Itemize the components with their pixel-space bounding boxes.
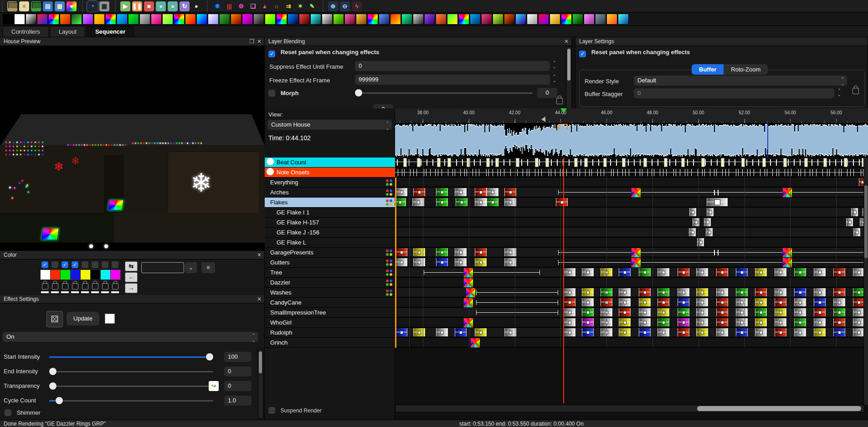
play-icon[interactable]: ▶ xyxy=(120,1,130,11)
vertical-scrollbar[interactable] xyxy=(863,158,868,406)
effect-block[interactable] xyxy=(814,308,826,316)
effect-block[interactable] xyxy=(395,328,407,336)
effect-duration-line[interactable] xyxy=(558,252,868,253)
effect-block[interactable] xyxy=(755,268,767,276)
effect-block[interactable] xyxy=(564,298,575,306)
effect-block[interactable] xyxy=(601,298,612,306)
effect-duration-line[interactable] xyxy=(558,192,868,193)
effect-block[interactable] xyxy=(833,288,845,296)
palette-checkbox-4[interactable]: ✓ xyxy=(72,261,78,268)
effect-block[interactable] xyxy=(657,308,669,316)
tab-roto-zoom[interactable]: Roto-Zoom xyxy=(724,64,768,75)
effect-block[interactable] xyxy=(775,328,786,336)
palette-checkbox-7[interactable] xyxy=(102,261,108,268)
effect-block[interactable] xyxy=(413,328,425,336)
effect-block[interactable] xyxy=(678,318,689,326)
palette-checkbox-8[interactable] xyxy=(112,261,118,268)
effect-thumbnail-icon[interactable] xyxy=(463,268,473,278)
horizontal-scrollbar[interactable] xyxy=(395,405,864,412)
effect-block[interactable] xyxy=(455,188,467,196)
effect-block[interactable] xyxy=(755,288,767,296)
timeline-ruler[interactable]: 38.0040.0042.0044.0046.0048.0050.0052.00… xyxy=(395,108,868,123)
effect-preset-icon-47[interactable] xyxy=(538,14,549,25)
effect-block[interactable] xyxy=(601,318,612,326)
effect-block[interactable] xyxy=(455,328,467,336)
effect-block[interactable] xyxy=(456,198,467,206)
palette-checkbox-1[interactable]: ✓ xyxy=(41,261,48,268)
reset-panel-checkbox[interactable]: ✓ xyxy=(268,51,275,57)
effect-block[interactable] xyxy=(657,268,669,276)
tag-marker-icon[interactable] xyxy=(541,117,545,122)
effect-thumbnail-icon[interactable] xyxy=(631,248,641,258)
effect-block[interactable] xyxy=(696,288,708,296)
track-row-ge-flake-i-1[interactable]: GE Flake I 1 xyxy=(265,208,395,218)
effect-block[interactable] xyxy=(775,318,786,326)
palette-lock-icon-4[interactable] xyxy=(72,283,78,290)
suppress-until-input[interactable]: 0 xyxy=(355,61,550,71)
effect-block[interactable] xyxy=(504,198,516,206)
effect-preset-icon-37[interactable] xyxy=(424,14,435,25)
effect-preset-icon-21[interactable] xyxy=(242,14,253,25)
effect-block[interactable] xyxy=(716,308,728,316)
effect-block[interactable] xyxy=(716,318,728,326)
effect-block[interactable] xyxy=(413,258,425,266)
effect-block[interactable] xyxy=(564,318,575,326)
grid-row-grinch[interactable] xyxy=(395,338,868,348)
effect-block[interactable] xyxy=(582,288,594,296)
pause-icon[interactable]: ❚❚ xyxy=(132,1,142,11)
house-preview-canvas[interactable]: ❄❄❄ xyxy=(0,46,265,251)
zoom-in-icon[interactable]: ⊕ xyxy=(328,1,338,11)
effect-block[interactable] xyxy=(564,268,575,276)
effect-preset-icon-46[interactable] xyxy=(527,14,538,25)
effect-block[interactable] xyxy=(455,258,467,266)
effect-block[interactable] xyxy=(395,248,407,256)
effect-block[interactable] xyxy=(657,318,669,326)
palette-checkbox-2[interactable] xyxy=(51,261,58,268)
palette-lock-icon-6[interactable] xyxy=(92,283,98,290)
effect-block[interactable] xyxy=(678,268,689,276)
effect-preset-icon-48[interactable] xyxy=(550,14,560,25)
effect-thumbnail-icon[interactable] xyxy=(631,258,641,268)
effect-block[interactable] xyxy=(794,328,806,336)
grid-row-note-onsets[interactable] xyxy=(395,168,868,178)
effect-thumbnail-icon[interactable] xyxy=(466,288,476,298)
effect-block[interactable] xyxy=(639,308,651,316)
track-row-garagepresents[interactable]: GaragePresents xyxy=(265,248,395,258)
effect-preset-icon-30[interactable] xyxy=(344,14,355,25)
effect-block[interactable] xyxy=(619,268,631,276)
effect-block[interactable] xyxy=(504,328,516,336)
effect-block[interactable] xyxy=(639,298,651,306)
effect-block[interactable] xyxy=(657,288,669,296)
effect-block[interactable] xyxy=(436,258,448,266)
tab-buffer[interactable]: Buffer xyxy=(692,64,724,75)
tab-sequencer[interactable]: Sequencer xyxy=(87,26,134,37)
track-row-tree[interactable]: Tree xyxy=(265,268,395,278)
effect-block[interactable] xyxy=(846,218,853,226)
effect-block[interactable] xyxy=(833,328,845,336)
close-icon[interactable]: ✕ xyxy=(257,38,262,45)
effect-preset-icon-15[interactable] xyxy=(174,14,185,25)
palette-swatch-8[interactable] xyxy=(110,269,121,280)
effect-block[interactable] xyxy=(582,308,594,316)
save-as-icon[interactable]: ▦ xyxy=(55,1,65,11)
effect-block[interactable] xyxy=(696,308,708,316)
effect-block[interactable] xyxy=(475,328,487,336)
grid-row-ge-flake-i-1[interactable] xyxy=(395,208,868,218)
effect-preset-icon-52[interactable] xyxy=(595,14,606,25)
effect-preset-icon-23[interactable] xyxy=(265,14,276,25)
close-icon[interactable]: ✕ xyxy=(564,38,569,45)
effect-burst-icon[interactable]: ✶ xyxy=(295,1,305,11)
track-row-arches[interactable]: Arches xyxy=(265,188,395,198)
effect-block[interactable] xyxy=(814,288,826,296)
effect-block[interactable] xyxy=(619,328,631,336)
effect-block[interactable] xyxy=(601,268,612,276)
effect-preset-icon-16[interactable] xyxy=(185,14,196,25)
track-row-grinch[interactable]: Grinch xyxy=(265,338,395,348)
save-icon[interactable]: ▤ xyxy=(43,1,53,11)
effect-mode-dropdown[interactable]: On ⌃⌄ xyxy=(3,332,258,342)
track-row-ge-flake-h-157[interactable]: GE Flake H-157 xyxy=(265,218,395,228)
stop-icon[interactable]: ■ xyxy=(144,1,154,11)
timing-radio-icon[interactable] xyxy=(267,158,274,165)
effect-block[interactable] xyxy=(436,188,448,196)
effect-block[interactable] xyxy=(619,288,631,296)
